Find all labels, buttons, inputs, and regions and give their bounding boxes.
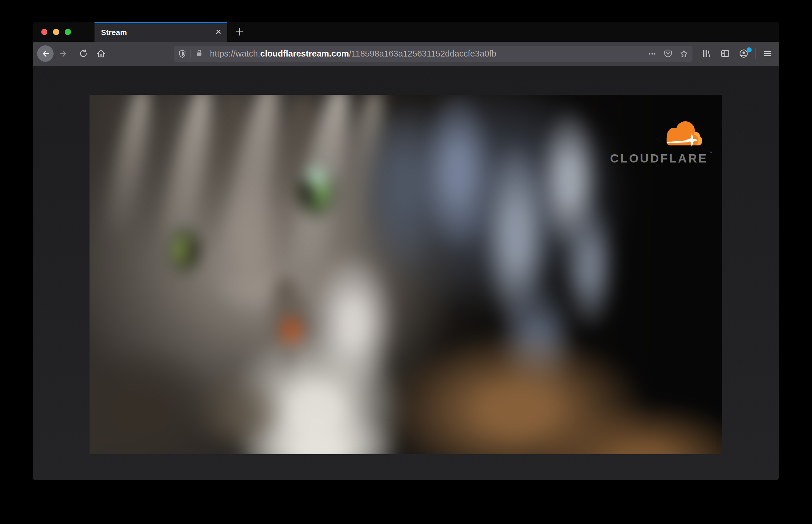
account-notification-dot bbox=[747, 47, 752, 52]
star-icon bbox=[679, 49, 689, 59]
lock-icon[interactable] bbox=[195, 49, 205, 59]
url-text[interactable]: https://watch.cloudflarestream.com/11859… bbox=[210, 46, 497, 62]
tab-stream[interactable]: Stream bbox=[95, 22, 227, 42]
plus-icon bbox=[235, 27, 245, 37]
shield-icon bbox=[178, 49, 187, 59]
bookmark-button[interactable] bbox=[679, 49, 689, 59]
ellipsis-icon bbox=[647, 49, 657, 59]
url-domain: cloudflarestream.com bbox=[260, 49, 349, 58]
url-scheme-host: https://watch. bbox=[210, 49, 260, 58]
url-bar[interactable]: https://watch.cloudflarestream.com/11859… bbox=[174, 46, 693, 62]
close-window-button[interactable] bbox=[41, 29, 47, 35]
back-button[interactable] bbox=[37, 45, 53, 62]
tracking-protection-button[interactable] bbox=[177, 49, 188, 59]
url-path: /118598a163a125631152ddaccfe3a0fb bbox=[349, 49, 496, 58]
cloudflare-logo-text: CLOUDFLARE™ bbox=[610, 151, 705, 165]
reload-button[interactable] bbox=[75, 45, 92, 62]
tab-title: Stream bbox=[101, 23, 127, 42]
desktop-background: Stream bbox=[0, 0, 812, 524]
home-icon bbox=[96, 49, 106, 59]
menu-button[interactable] bbox=[760, 45, 776, 62]
close-icon bbox=[215, 28, 222, 36]
sidebar-icon bbox=[720, 49, 730, 59]
account-button[interactable] bbox=[735, 45, 752, 62]
hamburger-icon bbox=[763, 49, 773, 59]
video-player[interactable]: CLOUDFLARE™ bbox=[90, 95, 722, 454]
new-tab-button[interactable] bbox=[231, 24, 248, 39]
page-actions-button[interactable] bbox=[647, 49, 657, 59]
sidebar-button[interactable] bbox=[717, 45, 733, 62]
home-button[interactable] bbox=[93, 45, 109, 62]
cloudflare-cloud-icon bbox=[656, 115, 704, 151]
tab-bar: Stream bbox=[33, 22, 779, 42]
cloudflare-logo: CLOUDFLARE™ bbox=[610, 115, 705, 165]
trademark-symbol: ™ bbox=[708, 151, 713, 156]
window-controls bbox=[41, 29, 71, 35]
back-arrow-icon bbox=[40, 49, 50, 59]
browser-window: Stream bbox=[33, 22, 779, 480]
reload-icon bbox=[78, 49, 88, 59]
minimize-window-button[interactable] bbox=[53, 29, 59, 35]
urlbar-divider bbox=[191, 49, 191, 58]
page-content: CLOUDFLARE™ bbox=[33, 66, 779, 480]
pocket-button[interactable] bbox=[663, 49, 673, 59]
forward-arrow-icon bbox=[59, 49, 69, 59]
library-button[interactable] bbox=[698, 45, 715, 62]
forward-button[interactable] bbox=[55, 45, 72, 62]
close-tab-button[interactable] bbox=[214, 27, 223, 36]
navigation-toolbar: https://watch.cloudflarestream.com/11859… bbox=[33, 42, 779, 66]
toolbar-divider bbox=[756, 48, 756, 60]
library-icon bbox=[701, 49, 711, 59]
pocket-icon bbox=[663, 49, 673, 59]
zoom-window-button[interactable] bbox=[65, 29, 71, 35]
